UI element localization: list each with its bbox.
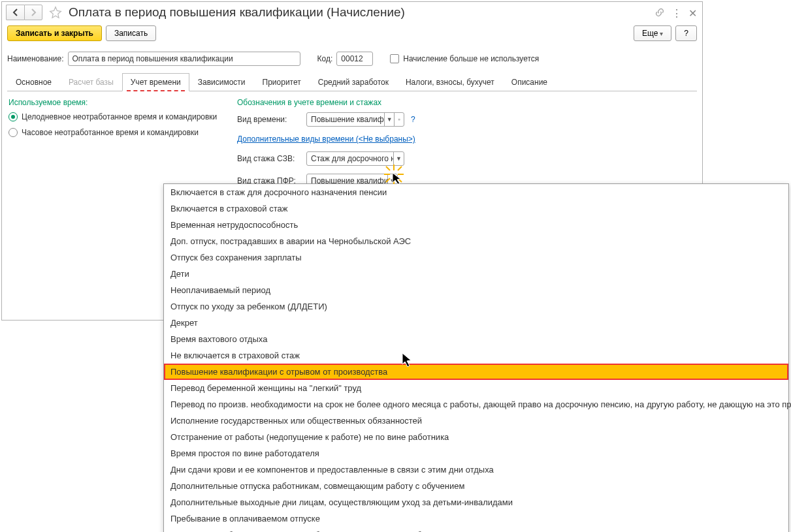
dropdown-item[interactable]: Отпуск по уходу за ребенком (ДЛДЕТИ) bbox=[164, 298, 788, 315]
chevron-down-icon[interactable]: ▼ bbox=[393, 152, 404, 165]
tab-6[interactable]: Налоги, взносы, бухучет bbox=[397, 73, 503, 91]
dropdown-item[interactable]: Дети bbox=[164, 266, 788, 282]
radio-hourly-label: Часовое неотработанное время и командиро… bbox=[22, 128, 199, 137]
window-title: Оплата в период повышения квалификации (… bbox=[69, 5, 405, 20]
dropdown-item[interactable]: Включается в страховой стаж bbox=[164, 200, 788, 217]
favorite-star-icon[interactable] bbox=[48, 5, 63, 20]
nav-forward-button[interactable] bbox=[24, 5, 42, 20]
tab-2[interactable]: Учет времени bbox=[122, 73, 189, 91]
link-icon[interactable] bbox=[654, 7, 665, 20]
dropdown-item[interactable]: Декрет bbox=[164, 315, 788, 322]
radio-full-day[interactable] bbox=[8, 112, 18, 121]
time-type-label: Вид времени: bbox=[237, 115, 302, 124]
szv-value: Стаж для досрочного на bbox=[307, 154, 393, 163]
tabs: ОсновноеРасчет базыУчет времениЗависимос… bbox=[7, 72, 697, 91]
tab-0[interactable]: Основное bbox=[7, 73, 60, 91]
save-button[interactable]: Записать bbox=[106, 25, 156, 41]
code-label: Код: bbox=[317, 54, 333, 63]
tab-1: Расчет базы bbox=[60, 73, 122, 91]
time-type-value: Повышение квалифика bbox=[307, 115, 384, 124]
dropdown-item[interactable]: Неоплачиваемый период bbox=[164, 282, 788, 298]
dropdown-item[interactable]: Включается в стаж для досрочного назначе… bbox=[164, 184, 788, 200]
szv-combo[interactable]: Стаж для досрочного на ▼ bbox=[306, 151, 404, 166]
tab-5[interactable]: Средний заработок bbox=[310, 73, 397, 91]
more-button[interactable]: Еще bbox=[634, 25, 671, 41]
titlebar: Оплата в период повышения квалификации (… bbox=[2, 2, 702, 23]
time-type-help-icon[interactable]: ? bbox=[411, 115, 415, 124]
open-ref-icon[interactable]: ▫ bbox=[394, 113, 404, 126]
radio-hourly[interactable] bbox=[8, 128, 18, 137]
pfr-dropdown-list[interactable]: Включается в стаж для досрочного назначе… bbox=[163, 183, 789, 322]
name-label: Наименование: bbox=[7, 54, 64, 63]
tab-7[interactable]: Описание bbox=[503, 73, 556, 91]
help-button[interactable]: ? bbox=[675, 25, 697, 41]
nav-back-button[interactable] bbox=[6, 5, 24, 20]
time-type-combo[interactable]: Повышение квалифика ▼ ▫ bbox=[306, 112, 404, 127]
designations-heading: Обозначения в учете времени и стажах bbox=[237, 98, 696, 107]
close-icon[interactable]: ✕ bbox=[688, 7, 697, 20]
dropdown-item[interactable]: Временная нетрудоспособность bbox=[164, 217, 788, 233]
dropdown-item[interactable]: Отпуск без сохранения зарплаты bbox=[164, 249, 788, 266]
chevron-down-icon[interactable]: ▼ bbox=[384, 113, 394, 126]
szv-label: Вид стажа СЗВ: bbox=[237, 154, 302, 163]
code-input[interactable] bbox=[336, 52, 373, 66]
dropdown-item[interactable]: Доп. отпуск, пострадавших в аварии на Че… bbox=[164, 233, 788, 249]
kebab-menu-icon[interactable]: ⋮ bbox=[671, 7, 682, 20]
used-time-heading: Используемое время: bbox=[8, 98, 231, 107]
not-used-checkbox[interactable] bbox=[390, 54, 399, 63]
save-and-close-button[interactable]: Записать и закрыть bbox=[7, 25, 102, 41]
extra-time-types-link[interactable]: Дополнительные виды времени (<Не выбраны… bbox=[237, 134, 415, 144]
tab-4[interactable]: Приоритет bbox=[254, 73, 310, 91]
tab-3[interactable]: Зависимости bbox=[189, 73, 254, 91]
not-used-label: Начисление больше не используется bbox=[403, 54, 539, 63]
radio-full-day-label: Целодневное неотработанное время и коман… bbox=[22, 112, 217, 121]
form-top-row: Наименование: Код: Начисление больше не … bbox=[2, 50, 702, 72]
name-input[interactable] bbox=[68, 52, 300, 66]
toolbar: Записать и закрыть Записать Еще ? bbox=[2, 23, 702, 50]
